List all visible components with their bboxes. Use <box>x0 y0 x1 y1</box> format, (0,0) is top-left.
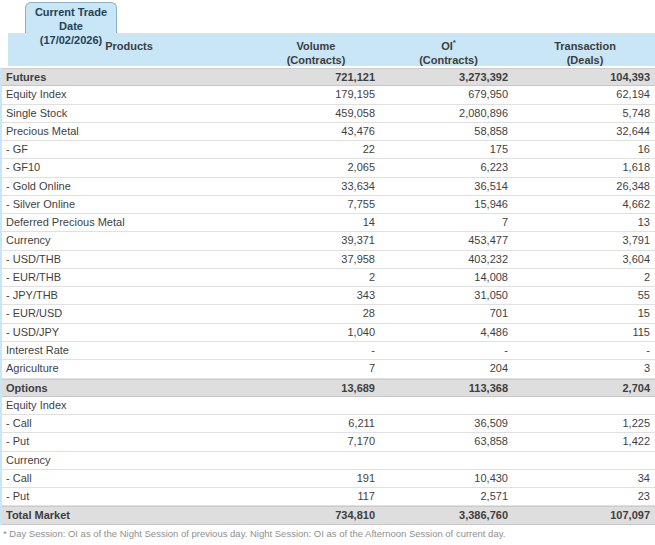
table-row: Agriculture72043 <box>2 360 655 378</box>
row-label: Precious Metal <box>2 123 250 140</box>
row-value-oi: 453,477 <box>380 232 513 249</box>
row-value-oi: 36,514 <box>380 178 513 195</box>
table-row: - Put1172,57123 <box>2 488 655 506</box>
row-value-volume: 2 <box>250 269 380 286</box>
row-value-deals: 26,348 <box>513 178 655 195</box>
tab-current-trade-date[interactable]: Current Trade Date (17/02/2026) <box>25 2 117 33</box>
table-row: Options13,689113,3682,704 <box>2 379 655 397</box>
row-value-volume: 39,371 <box>250 232 380 249</box>
row-value-volume: 14 <box>250 214 380 231</box>
table-row: - Silver Online7,75515,9464,662 <box>2 196 655 214</box>
row-value-deals: 3 <box>513 360 655 377</box>
row-label: Single Stock <box>2 105 250 122</box>
table-row: Equity Index <box>2 397 655 415</box>
table-row: - GF2217516 <box>2 141 655 159</box>
row-value-deals: 3,604 <box>513 251 655 268</box>
row-value-deals: 62,194 <box>513 86 655 103</box>
row-value-volume: 7,755 <box>250 196 380 213</box>
row-value-deals: 55 <box>513 287 655 304</box>
row-value-volume: 13,689 <box>250 380 380 396</box>
table-row: Interest Rate--- <box>2 342 655 360</box>
row-value-deals: 13 <box>513 214 655 231</box>
table-row: - Call6,21136,5091,225 <box>2 415 655 433</box>
table-row: Currency <box>2 452 655 470</box>
table-row: Deferred Precious Metal14713 <box>2 214 655 232</box>
table-row: Total Market734,8103,386,760107,097 <box>2 506 655 524</box>
row-label: Total Market <box>2 507 250 523</box>
row-value-deals: 3,791 <box>513 232 655 249</box>
row-value-oi: 2,571 <box>380 488 513 505</box>
row-value-volume: 22 <box>250 141 380 158</box>
row-value-oi: 403,232 <box>380 251 513 268</box>
row-value-oi: 10,430 <box>380 470 513 487</box>
row-value-deals: 2,704 <box>513 380 655 396</box>
row-value-deals: 1,422 <box>513 433 655 450</box>
row-value-deals: 2 <box>513 269 655 286</box>
row-value-deals: 4,662 <box>513 196 655 213</box>
row-value-volume <box>250 452 380 469</box>
row-value-oi: 175 <box>380 141 513 158</box>
row-value-deals <box>513 452 655 469</box>
row-value-deals: 115 <box>513 324 655 341</box>
row-label: Futures <box>2 69 250 85</box>
row-value-volume: 117 <box>250 488 380 505</box>
row-label: Equity Index <box>2 397 250 414</box>
column-header-oi: OI* (Contracts) <box>382 33 515 67</box>
column-header-volume: Volume (Contracts) <box>250 33 382 67</box>
row-label: - JPY/THB <box>2 287 250 304</box>
row-label: Currency <box>2 452 250 469</box>
row-value-volume <box>250 397 380 414</box>
table-row: - GF102,0656,2231,618 <box>2 159 655 177</box>
row-value-deals: 104,393 <box>513 69 655 85</box>
table-row: - Gold Online33,63436,51426,348 <box>2 178 655 196</box>
row-value-deals: 1,618 <box>513 159 655 176</box>
row-value-deals: 32,644 <box>513 123 655 140</box>
table-row: - EUR/THB214,0082 <box>2 269 655 287</box>
row-value-oi: 36,509 <box>380 415 513 432</box>
row-value-oi: 14,008 <box>380 269 513 286</box>
table-row: - USD/JPY1,0404,486115 <box>2 324 655 342</box>
row-value-deals: 23 <box>513 488 655 505</box>
row-value-volume: 37,958 <box>250 251 380 268</box>
row-value-volume: 33,634 <box>250 178 380 195</box>
row-value-oi: 3,386,760 <box>380 507 513 523</box>
row-label: Options <box>2 380 250 396</box>
row-label: Equity Index <box>2 86 250 103</box>
row-label: - EUR/THB <box>2 269 250 286</box>
row-label: - Call <box>2 470 250 487</box>
row-label: Interest Rate <box>2 342 250 359</box>
row-value-oi: 6,223 <box>380 159 513 176</box>
row-label: - Put <box>2 433 250 450</box>
row-value-volume: 179,195 <box>250 86 380 103</box>
row-value-volume: 721,121 <box>250 69 380 85</box>
row-value-deals: 15 <box>513 305 655 322</box>
tab-title: Current Trade Date <box>26 5 116 33</box>
row-value-oi: 7 <box>380 214 513 231</box>
row-value-volume: 2,065 <box>250 159 380 176</box>
table-row: - EUR/USD2870115 <box>2 305 655 323</box>
row-value-deals: 107,097 <box>513 507 655 523</box>
table-row: Futures721,1213,273,392104,393 <box>2 68 655 86</box>
row-label: - USD/JPY <box>2 324 250 341</box>
row-value-oi: 4,486 <box>380 324 513 341</box>
row-value-oi: - <box>380 342 513 359</box>
row-label: - GF <box>2 141 250 158</box>
row-value-oi: 2,080,896 <box>380 105 513 122</box>
row-value-oi: 58,858 <box>380 123 513 140</box>
row-value-deals: - <box>513 342 655 359</box>
row-value-oi: 204 <box>380 360 513 377</box>
row-label: - Silver Online <box>2 196 250 213</box>
row-value-volume: 7,170 <box>250 433 380 450</box>
row-value-volume: 43,476 <box>250 123 380 140</box>
row-value-oi: 3,273,392 <box>380 69 513 85</box>
row-value-volume: 191 <box>250 470 380 487</box>
row-value-deals: 34 <box>513 470 655 487</box>
table-row: Precious Metal43,47658,85832,644 <box>2 123 655 141</box>
tab-date: (17/02/2026) <box>26 33 116 47</box>
row-value-deals: 16 <box>513 141 655 158</box>
table-row: - JPY/THB34331,05055 <box>2 287 655 305</box>
row-value-oi: 31,050 <box>380 287 513 304</box>
row-value-volume: 1,040 <box>250 324 380 341</box>
row-label: Agriculture <box>2 360 250 377</box>
row-value-volume: 343 <box>250 287 380 304</box>
